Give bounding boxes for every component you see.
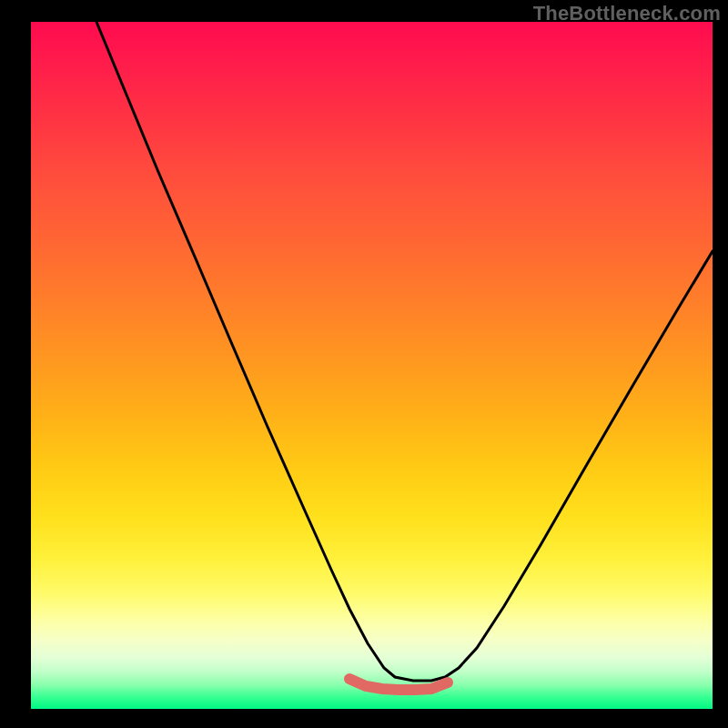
plot-area (31, 22, 713, 709)
chart-stage: TheBottleneck.com (0, 0, 728, 728)
bottleneck-curve-path (96, 22, 713, 681)
watermark-text: TheBottleneck.com (533, 2, 721, 25)
curve-layer (31, 22, 713, 709)
